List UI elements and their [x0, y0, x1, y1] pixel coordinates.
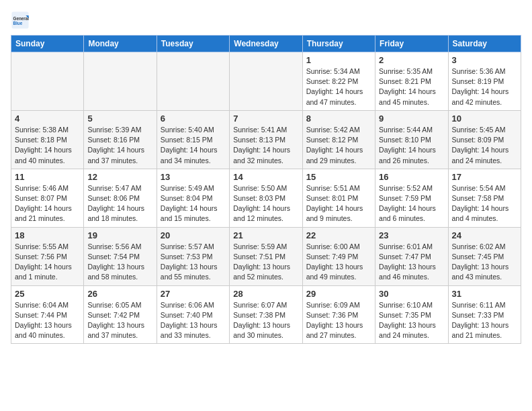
- day-number: 14: [233, 172, 298, 182]
- day-number: 19: [87, 230, 152, 240]
- day-info: Sunrise: 6:09 AM Sunset: 7:36 PM Dayligh…: [306, 300, 371, 341]
- day-info: Sunrise: 5:57 AM Sunset: 7:53 PM Dayligh…: [161, 242, 226, 283]
- day-info: Sunrise: 5:44 AM Sunset: 8:10 PM Dayligh…: [379, 125, 444, 166]
- day-number: 7: [233, 113, 298, 124]
- day-number: 27: [161, 289, 226, 299]
- calendar-cell: 26Sunrise: 6:05 AM Sunset: 7:42 PM Dayli…: [84, 285, 157, 344]
- calendar-cell: 4Sunrise: 5:38 AM Sunset: 8:18 PM Daylig…: [11, 110, 84, 169]
- day-number: 25: [15, 289, 80, 299]
- logo: General Blue: [11, 11, 32, 30]
- day-number: 10: [452, 113, 517, 124]
- calendar-cell: [11, 52, 84, 111]
- day-info: Sunrise: 6:05 AM Sunset: 7:42 PM Dayligh…: [87, 300, 152, 341]
- weekday-header: Wednesday: [230, 36, 302, 52]
- calendar-cell: 28Sunrise: 6:07 AM Sunset: 7:38 PM Dayli…: [230, 285, 302, 344]
- day-info: Sunrise: 5:39 AM Sunset: 8:16 PM Dayligh…: [87, 125, 152, 166]
- calendar-cell: 10Sunrise: 5:45 AM Sunset: 8:09 PM Dayli…: [448, 110, 521, 169]
- day-number: 11: [15, 172, 80, 182]
- weekday-header-row: SundayMondayTuesdayWednesdayThursdayFrid…: [11, 36, 521, 52]
- day-number: 15: [306, 172, 371, 182]
- day-info: Sunrise: 5:56 AM Sunset: 7:54 PM Dayligh…: [87, 242, 152, 283]
- day-number: 6: [161, 113, 226, 124]
- calendar-cell: 21Sunrise: 5:59 AM Sunset: 7:51 PM Dayli…: [230, 227, 302, 285]
- calendar-cell: [84, 52, 157, 111]
- day-info: Sunrise: 5:45 AM Sunset: 8:09 PM Dayligh…: [452, 125, 517, 166]
- day-number: 20: [161, 230, 226, 240]
- day-info: Sunrise: 5:41 AM Sunset: 8:13 PM Dayligh…: [233, 125, 298, 166]
- calendar-cell: 27Sunrise: 6:06 AM Sunset: 7:40 PM Dayli…: [157, 285, 229, 344]
- logo-icon: General Blue: [11, 11, 30, 30]
- weekday-header: Monday: [84, 36, 157, 52]
- calendar-cell: 30Sunrise: 6:10 AM Sunset: 7:35 PM Dayli…: [375, 285, 448, 344]
- day-info: Sunrise: 5:51 AM Sunset: 8:01 PM Dayligh…: [306, 183, 371, 224]
- calendar-cell: 23Sunrise: 6:01 AM Sunset: 7:47 PM Dayli…: [375, 227, 448, 285]
- day-info: Sunrise: 6:00 AM Sunset: 7:49 PM Dayligh…: [306, 242, 371, 283]
- day-info: Sunrise: 6:11 AM Sunset: 7:33 PM Dayligh…: [452, 300, 517, 341]
- day-number: 26: [87, 289, 152, 299]
- day-info: Sunrise: 6:04 AM Sunset: 7:44 PM Dayligh…: [15, 300, 80, 341]
- day-number: 18: [15, 230, 80, 240]
- day-number: 4: [15, 113, 80, 124]
- svg-text:General: General: [13, 16, 30, 21]
- calendar-cell: [157, 52, 229, 111]
- calendar-cell: 20Sunrise: 5:57 AM Sunset: 7:53 PM Dayli…: [157, 227, 229, 285]
- calendar-cell: 9Sunrise: 5:44 AM Sunset: 8:10 PM Daylig…: [375, 110, 448, 169]
- calendar-cell: 16Sunrise: 5:52 AM Sunset: 7:59 PM Dayli…: [375, 169, 448, 227]
- calendar-cell: 12Sunrise: 5:47 AM Sunset: 8:06 PM Dayli…: [84, 169, 157, 227]
- day-info: Sunrise: 5:34 AM Sunset: 8:22 PM Dayligh…: [306, 66, 371, 107]
- day-number: 23: [379, 230, 444, 240]
- calendar-table: SundayMondayTuesdayWednesdayThursdayFrid…: [11, 35, 521, 344]
- day-info: Sunrise: 5:38 AM Sunset: 8:18 PM Dayligh…: [15, 125, 80, 166]
- page-header: General Blue: [11, 11, 521, 30]
- day-info: Sunrise: 5:35 AM Sunset: 8:21 PM Dayligh…: [379, 66, 444, 107]
- weekday-header: Tuesday: [157, 36, 229, 52]
- day-number: 17: [452, 172, 517, 182]
- day-number: 24: [452, 230, 517, 240]
- calendar-cell: 29Sunrise: 6:09 AM Sunset: 7:36 PM Dayli…: [302, 285, 375, 344]
- week-row: 4Sunrise: 5:38 AM Sunset: 8:18 PM Daylig…: [11, 110, 521, 169]
- day-number: 12: [87, 172, 152, 182]
- day-info: Sunrise: 6:02 AM Sunset: 7:45 PM Dayligh…: [452, 242, 517, 283]
- calendar-cell: 2Sunrise: 5:35 AM Sunset: 8:21 PM Daylig…: [375, 52, 448, 111]
- weekday-header: Sunday: [11, 36, 84, 52]
- calendar-cell: 18Sunrise: 5:55 AM Sunset: 7:56 PM Dayli…: [11, 227, 84, 285]
- day-number: 9: [379, 113, 444, 124]
- day-info: Sunrise: 6:06 AM Sunset: 7:40 PM Dayligh…: [161, 300, 226, 341]
- day-number: 29: [306, 289, 371, 299]
- day-info: Sunrise: 6:01 AM Sunset: 7:47 PM Dayligh…: [379, 242, 444, 283]
- day-number: 22: [306, 230, 371, 240]
- calendar-cell: [230, 52, 302, 111]
- day-info: Sunrise: 5:42 AM Sunset: 8:12 PM Dayligh…: [306, 125, 371, 166]
- day-info: Sunrise: 5:46 AM Sunset: 8:07 PM Dayligh…: [15, 183, 80, 224]
- day-number: 21: [233, 230, 298, 240]
- calendar-cell: 15Sunrise: 5:51 AM Sunset: 8:01 PM Dayli…: [302, 169, 375, 227]
- day-number: 3: [452, 55, 517, 65]
- day-number: 5: [87, 113, 152, 124]
- week-row: 11Sunrise: 5:46 AM Sunset: 8:07 PM Dayli…: [11, 169, 521, 227]
- day-number: 28: [233, 289, 298, 299]
- day-info: Sunrise: 5:40 AM Sunset: 8:15 PM Dayligh…: [161, 125, 226, 166]
- week-row: 1Sunrise: 5:34 AM Sunset: 8:22 PM Daylig…: [11, 52, 521, 111]
- day-info: Sunrise: 6:10 AM Sunset: 7:35 PM Dayligh…: [379, 300, 444, 341]
- day-info: Sunrise: 5:55 AM Sunset: 7:56 PM Dayligh…: [15, 242, 80, 283]
- calendar-cell: 11Sunrise: 5:46 AM Sunset: 8:07 PM Dayli…: [11, 169, 84, 227]
- calendar-cell: 25Sunrise: 6:04 AM Sunset: 7:44 PM Dayli…: [11, 285, 84, 344]
- day-number: 2: [379, 55, 444, 65]
- day-info: Sunrise: 5:47 AM Sunset: 8:06 PM Dayligh…: [87, 183, 152, 224]
- calendar-cell: 1Sunrise: 5:34 AM Sunset: 8:22 PM Daylig…: [302, 52, 375, 111]
- calendar-cell: 5Sunrise: 5:39 AM Sunset: 8:16 PM Daylig…: [84, 110, 157, 169]
- weekday-header: Thursday: [302, 36, 375, 52]
- calendar-cell: 31Sunrise: 6:11 AM Sunset: 7:33 PM Dayli…: [448, 285, 521, 344]
- calendar-cell: 7Sunrise: 5:41 AM Sunset: 8:13 PM Daylig…: [230, 110, 302, 169]
- calendar-cell: 22Sunrise: 6:00 AM Sunset: 7:49 PM Dayli…: [302, 227, 375, 285]
- week-row: 25Sunrise: 6:04 AM Sunset: 7:44 PM Dayli…: [11, 285, 521, 344]
- calendar-cell: 24Sunrise: 6:02 AM Sunset: 7:45 PM Dayli…: [448, 227, 521, 285]
- day-number: 16: [379, 172, 444, 182]
- day-number: 8: [306, 113, 371, 124]
- day-info: Sunrise: 5:50 AM Sunset: 8:03 PM Dayligh…: [233, 183, 298, 224]
- day-info: Sunrise: 5:49 AM Sunset: 8:04 PM Dayligh…: [161, 183, 226, 224]
- day-number: 30: [379, 289, 444, 299]
- calendar-cell: 17Sunrise: 5:54 AM Sunset: 7:58 PM Dayli…: [448, 169, 521, 227]
- day-info: Sunrise: 5:59 AM Sunset: 7:51 PM Dayligh…: [233, 242, 298, 283]
- day-info: Sunrise: 6:07 AM Sunset: 7:38 PM Dayligh…: [233, 300, 298, 341]
